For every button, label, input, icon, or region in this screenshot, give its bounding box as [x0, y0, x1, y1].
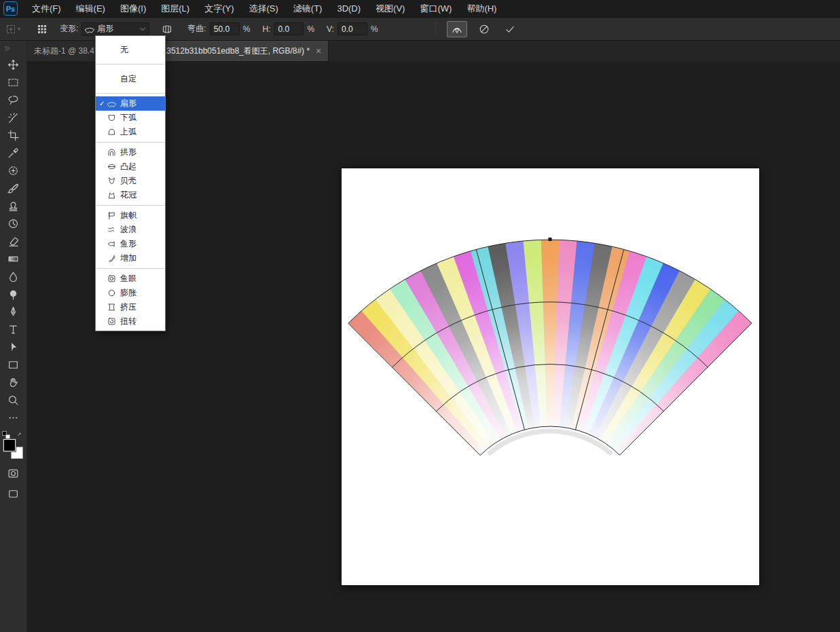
- warp-style-label: 变形:: [60, 23, 78, 35]
- history-brush-icon: [7, 218, 19, 229]
- menu-item[interactable]: 3D(D): [329, 0, 368, 17]
- menu-item[interactable]: 窗口(W): [412, 0, 459, 17]
- warp-shell-upper-icon: [107, 191, 119, 200]
- warp-menu-item-fisheye[interactable]: 鱼眼: [96, 272, 165, 286]
- warp-menu-item-自定[interactable]: 自定: [96, 67, 165, 90]
- tab-close-icon[interactable]: ×: [316, 46, 321, 56]
- v-distortion-input[interactable]: [337, 22, 367, 35]
- warp-menu-item-squeeze[interactable]: 挤压: [96, 300, 165, 314]
- tool-gradient[interactable]: [2, 250, 25, 267]
- warp-menu-item-shell-upper[interactable]: 花冠: [96, 188, 165, 202]
- reference-point-grid-icon[interactable]: [37, 24, 48, 35]
- warp-menu-item-label: 旗帜: [120, 210, 136, 221]
- move-icon: [7, 59, 19, 71]
- menu-item[interactable]: 滤镜(T): [286, 0, 330, 17]
- menu-item[interactable]: 图层(L): [153, 0, 197, 17]
- dodge-icon: [7, 289, 19, 300]
- tool-lasso[interactable]: [2, 91, 25, 109]
- warp-flag-icon: [107, 211, 119, 220]
- menu-item[interactable]: 文件(F): [24, 0, 69, 17]
- warp-rise-icon: [107, 254, 119, 263]
- fan-fade-overlay: [348, 240, 752, 455]
- photoshop-logo[interactable]: Ps: [3, 1, 18, 16]
- tool-pen[interactable]: [2, 303, 25, 320]
- warp-menu-item-rise[interactable]: 增加: [96, 251, 165, 265]
- photoshop-window: Ps 文件(F)编辑(E)图像(I)图层(L)文字(Y)选择(S)滤镜(T)3D…: [0, 0, 840, 632]
- warp-style-value: 扇形: [97, 23, 136, 35]
- tool-hand[interactable]: [2, 373, 25, 391]
- tool-eyedropper[interactable]: [2, 144, 25, 162]
- warp-menu-item-arc[interactable]: ✓扇形: [96, 96, 165, 111]
- warp-menu-item-flag[interactable]: 旗帜: [96, 208, 165, 223]
- document[interactable]: [342, 168, 759, 585]
- warp-shell-upper-icon: [107, 191, 116, 200]
- tool-move[interactable]: [2, 56, 25, 73]
- menu-separator: [96, 205, 164, 206]
- fan-warped-image[interactable]: [342, 168, 759, 585]
- warp-rise-icon: [107, 254, 116, 263]
- menu-item[interactable]: 文字(Y): [197, 0, 241, 17]
- pen-icon: [7, 306, 19, 318]
- screen-mode-button[interactable]: [2, 485, 25, 502]
- warp-orientation-button[interactable]: [159, 22, 175, 37]
- tool-magic-wand[interactable]: [2, 109, 25, 126]
- tool-clone-stamp[interactable]: [2, 197, 25, 215]
- warp-twist-icon: [107, 317, 119, 326]
- warp-fish-icon: [107, 240, 119, 248]
- commit-transform-button[interactable]: [501, 21, 519, 37]
- tool-path-selection[interactable]: [2, 338, 25, 356]
- screen-mode-icon: [7, 488, 19, 500]
- warp-squeeze-icon: [107, 303, 116, 312]
- tool-rectangular-marquee[interactable]: [2, 73, 25, 91]
- tool-history-brush[interactable]: [2, 215, 25, 232]
- warp-menu-item-arch[interactable]: 拱形: [96, 145, 165, 160]
- eraser-icon: [7, 236, 19, 247]
- menu-item[interactable]: 视图(V): [368, 0, 412, 17]
- swap-colors-icon[interactable]: [16, 430, 24, 439]
- warp-menu-item-arc-lower[interactable]: 下弧: [96, 111, 165, 125]
- cancel-transform-button[interactable]: [475, 21, 493, 37]
- warp-menu-item-shell-lower[interactable]: 贝壳: [96, 174, 165, 188]
- warp-style-select[interactable]: 扇形: [81, 22, 149, 36]
- warp-menu-item-fish[interactable]: 鱼形: [96, 237, 165, 251]
- tool-brush[interactable]: [2, 179, 25, 197]
- warp-menu-item-label: 自定: [120, 73, 136, 85]
- tool-rectangle[interactable]: [2, 356, 25, 373]
- tool-spot-healing-brush[interactable]: [2, 162, 25, 179]
- warp-menu-item-bulge[interactable]: 凸起: [96, 160, 165, 174]
- tool-crop[interactable]: [2, 126, 25, 144]
- quick-mask-button[interactable]: [2, 464, 25, 482]
- warp-menu-item-twist[interactable]: 扭转: [96, 314, 165, 329]
- tool-edit-toolbar[interactable]: [2, 409, 25, 426]
- collapse-toolbar-icon[interactable]: [0, 41, 11, 56]
- menu-bar-items: 文件(F)编辑(E)图像(I)图层(L)文字(Y)选择(S)滤镜(T)3D(D)…: [24, 0, 504, 17]
- bend-label: 弯曲:: [187, 23, 206, 35]
- warp-menu-item-wave[interactable]: 波浪: [96, 223, 165, 237]
- warp-mode-icon: [452, 24, 462, 35]
- tool-blur[interactable]: [2, 267, 25, 285]
- toggle-free-transform-warp-button[interactable]: [447, 21, 467, 37]
- tool-eraser[interactable]: [2, 232, 25, 250]
- warp-menu-item-arc-upper[interactable]: 上弧: [96, 125, 165, 139]
- rectangle-icon: [7, 359, 19, 371]
- warp-arc-icon: [85, 24, 94, 34]
- menu-item[interactable]: 编辑(E): [69, 0, 113, 17]
- menu-item[interactable]: 选择(S): [241, 0, 285, 17]
- foreground-color-swatch[interactable]: [3, 439, 16, 451]
- warp-menu-item-无[interactable]: 无: [96, 38, 165, 61]
- menu-item[interactable]: 帮助(H): [459, 0, 504, 17]
- menu-item[interactable]: 图像(I): [113, 0, 153, 17]
- warp-control-handle[interactable]: [549, 238, 552, 241]
- tool-type[interactable]: [2, 320, 25, 338]
- tool-dodge[interactable]: [2, 285, 25, 303]
- warp-arc-icon: [107, 99, 116, 108]
- h-distortion-input[interactable]: [274, 22, 304, 35]
- bend-input[interactable]: [210, 22, 240, 35]
- warp-menu-item-inflate[interactable]: 膨胀: [96, 286, 165, 300]
- warp-menu-item-label: 下弧: [120, 112, 136, 124]
- default-colors-icon[interactable]: [2, 431, 10, 439]
- warp-menu-item-label: 膨胀: [120, 287, 136, 299]
- warp-menu-item-label: 挤压: [120, 301, 136, 313]
- document-tab[interactable]: 未标题-1 @ 38.4: [27, 41, 102, 61]
- tool-zoom[interactable]: [2, 391, 25, 409]
